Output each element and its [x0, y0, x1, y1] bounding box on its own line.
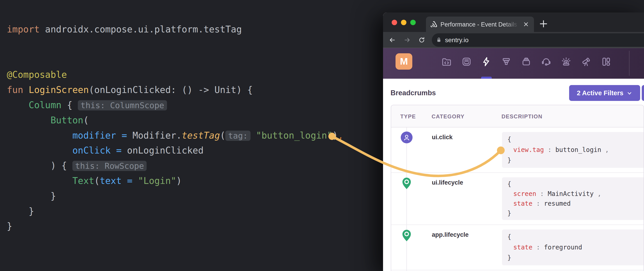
- projects-icon[interactable]: [441, 56, 452, 67]
- window-minimize-button[interactable]: [401, 20, 406, 25]
- code-line: [7, 37, 343, 52]
- page-title: Breadcrumbs: [390, 89, 436, 97]
- code-line: Button(: [7, 113, 343, 128]
- breadcrumb-category: app.lifecycle: [432, 231, 468, 238]
- sentry-logo-icon: [430, 20, 438, 28]
- issues-icon[interactable]: [461, 56, 472, 67]
- tab-strip: Performance - Event Details -: [383, 12, 644, 32]
- performance-icon[interactable]: [481, 56, 492, 67]
- location-pin-icon: [401, 177, 412, 189]
- tab-close-icon[interactable]: [522, 21, 530, 28]
- breadcrumb-row: app.lifecycle{state : foreground}: [391, 225, 644, 270]
- code-line: Column { this: ColumnScope: [7, 97, 343, 113]
- breadcrumb-row: ui.click{view.tag : button_login ,}: [391, 127, 644, 173]
- code-line: fun LoginScreen(onLoginClicked: () -> Un…: [7, 82, 343, 97]
- code-line: }: [7, 219, 343, 234]
- code-line: }: [7, 189, 343, 204]
- edge-button-sliver[interactable]: [642, 85, 644, 101]
- code-line: ) { this: RowScope: [7, 158, 343, 173]
- code-line: modifier = Modifier.testTag(tag: "button…: [7, 128, 343, 143]
- location-pin-icon: [401, 229, 412, 241]
- breadcrumb-category: ui.click: [432, 134, 453, 141]
- dashboards-icon[interactable]: [601, 56, 611, 67]
- breadcrumb-description: {state : foreground}: [502, 230, 644, 265]
- headset-icon[interactable]: [541, 56, 552, 67]
- funnel-icon[interactable]: [501, 56, 512, 67]
- org-avatar[interactable]: M: [396, 53, 412, 70]
- table-header: TYPE CATEGORY DESCRIPTION: [391, 105, 644, 127]
- reload-icon[interactable]: [418, 36, 425, 43]
- breadcrumb-description: {screen : MainActivity ,state : resumed}: [502, 177, 644, 220]
- column-type: TYPE: [400, 113, 416, 120]
- window-zoom-button[interactable]: [410, 20, 416, 25]
- breadcrumb-description: {view.tag : button_login ,}: [502, 132, 644, 168]
- code-editor[interactable]: import androidx.compose.ui.platform.test…: [7, 22, 343, 234]
- active-tab-underline: [481, 77, 492, 79]
- table-body: ui.click{view.tag : button_login ,}ui.li…: [391, 127, 644, 271]
- code-line: [7, 52, 343, 67]
- page-content: Breadcrumbs 2 Active Filters TYPE CATEGO…: [383, 79, 644, 271]
- url-bar[interactable]: sentry.io: [432, 33, 644, 47]
- nav-divider: [629, 51, 630, 76]
- sentry-nav-bar: M: [383, 48, 644, 79]
- new-tab-icon[interactable]: [538, 19, 548, 29]
- url-text: sentry.io: [445, 36, 468, 44]
- code-line: }: [7, 204, 343, 219]
- window-close-button[interactable]: [392, 20, 397, 25]
- releases-icon[interactable]: [521, 56, 532, 67]
- code-line: onClick = onLoginClicked: [7, 143, 343, 158]
- tab-title: Performance - Event Details -: [440, 21, 520, 28]
- column-description: DESCRIPTION: [502, 113, 542, 120]
- chevron-down-icon: [626, 90, 632, 96]
- code-line: Text(text = "Login"): [7, 173, 343, 189]
- discover-icon[interactable]: [581, 56, 591, 67]
- user-icon: [401, 132, 412, 143]
- browser-toolbar: sentry.io: [383, 32, 644, 48]
- code-line: import androidx.compose.ui.platform.test…: [7, 22, 343, 37]
- lock-icon: [436, 36, 442, 43]
- code-line: @Composable: [7, 67, 343, 82]
- breadcrumb-row: ui.lifecycle{screen : MainActivity ,stat…: [391, 173, 644, 225]
- breadcrumbs-table: TYPE CATEGORY DESCRIPTION ui.click{view.…: [391, 105, 644, 271]
- active-filters-button[interactable]: 2 Active Filters: [569, 85, 640, 101]
- browser-tab[interactable]: Performance - Event Details -: [426, 16, 534, 32]
- breadcrumb-category: ui.lifecycle: [432, 179, 463, 186]
- column-category: CATEGORY: [432, 113, 464, 120]
- back-icon[interactable]: [389, 36, 396, 43]
- alerts-icon[interactable]: [561, 56, 572, 67]
- browser-window: Performance - Event Details - sentry.io …: [383, 12, 644, 271]
- forward-icon[interactable]: [404, 36, 411, 43]
- active-filters-label: 2 Active Filters: [577, 89, 623, 97]
